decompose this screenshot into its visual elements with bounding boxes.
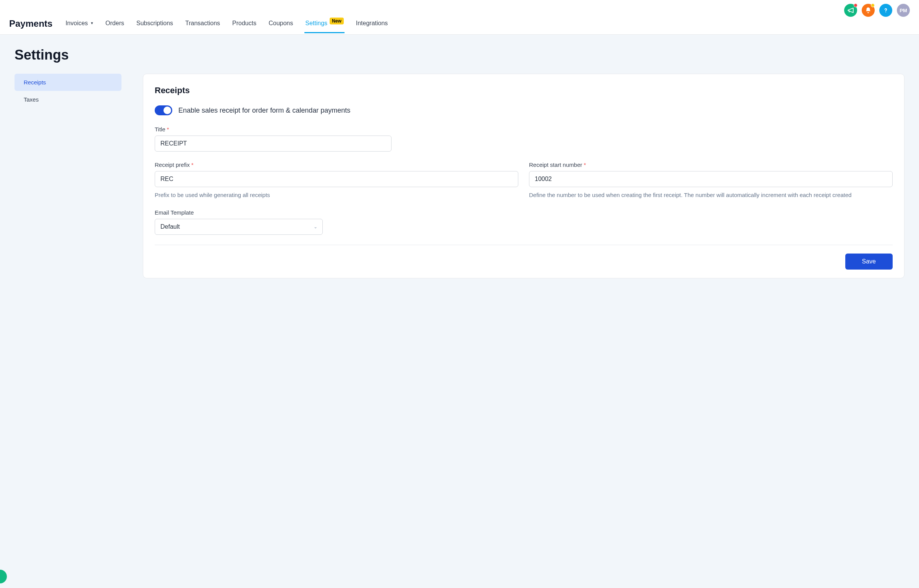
required-asterisk-icon: *: [167, 126, 169, 132]
required-asterisk-icon: *: [191, 162, 194, 168]
bell-icon: [865, 7, 872, 14]
card-title: Receipts: [155, 86, 893, 95]
nav-tab-label: Invoices: [65, 20, 88, 27]
nav-tabs: Invoices ▾ Orders Subscriptions Transact…: [65, 20, 388, 33]
required-asterisk-icon: *: [584, 162, 586, 168]
notification-dot-icon: [871, 3, 875, 7]
announcements-button[interactable]: [844, 4, 857, 17]
sidebar-item-label: Taxes: [24, 96, 39, 103]
nav-tab-label: Orders: [105, 20, 124, 27]
title-field-group: Title*: [155, 126, 893, 152]
start-number-label: Receipt start number*: [529, 162, 893, 168]
sidebar-item-receipts[interactable]: Receipts: [15, 74, 121, 91]
receipt-prefix-input[interactable]: [155, 171, 518, 187]
megaphone-icon: [847, 7, 854, 14]
nav-tab-label: Transactions: [185, 20, 220, 27]
title-label: Title*: [155, 126, 893, 132]
card-footer: Save: [155, 245, 893, 278]
nav-tab-label: Integrations: [356, 20, 388, 27]
user-avatar[interactable]: PM: [897, 4, 910, 17]
enable-receipts-row: Enable sales receipt for order form & ca…: [155, 105, 893, 115]
settings-sidebar: Receipts Taxes: [15, 74, 121, 108]
receipts-card: Receipts Enable sales receipt for order …: [143, 74, 904, 278]
enable-receipts-toggle[interactable]: [155, 105, 172, 115]
nav-tab-label: Products: [232, 20, 256, 27]
page-title: Settings: [15, 47, 904, 63]
nav-tab-invoices[interactable]: Invoices ▾: [65, 20, 94, 33]
email-template-label: Email Template: [155, 209, 893, 216]
topbar-icon-row: PM: [0, 0, 919, 18]
nav-tab-settings[interactable]: Settings New: [304, 20, 345, 33]
start-number-help-text: Define the number to be used when creati…: [529, 191, 893, 199]
nav-tab-orders[interactable]: Orders: [105, 20, 125, 33]
nav-tab-products[interactable]: Products: [231, 20, 257, 33]
brand-title: Payments: [9, 18, 52, 34]
email-template-select-wrap: ⌄: [155, 219, 323, 235]
nav-tab-label: Settings: [305, 20, 327, 27]
nav-tab-transactions[interactable]: Transactions: [184, 20, 221, 33]
nav-tab-label: Coupons: [269, 20, 293, 27]
sidebar-item-taxes[interactable]: Taxes: [15, 91, 121, 108]
label-text: Receipt start number: [529, 162, 582, 168]
nav-tab-subscriptions[interactable]: Subscriptions: [136, 20, 174, 33]
top-bar: PM Payments Invoices ▾ Orders Subscripti…: [0, 0, 919, 35]
chevron-down-icon: ▾: [91, 21, 93, 26]
prefix-label: Receipt prefix*: [155, 162, 518, 168]
question-icon: [882, 7, 889, 14]
email-template-select[interactable]: [155, 219, 323, 235]
page-body: Settings Receipts Taxes Receipts Enable …: [0, 35, 919, 291]
prefix-help-text: Prefix to be used while generating all r…: [155, 191, 518, 199]
notifications-button[interactable]: [862, 4, 875, 17]
email-template-group: Email Template ⌄: [155, 209, 893, 235]
nav-tab-label: Subscriptions: [136, 20, 173, 27]
receipt-start-number-input[interactable]: [529, 171, 893, 187]
notification-dot-icon: [854, 3, 858, 7]
svg-point-0: [885, 12, 886, 13]
prefix-field-group: Receipt prefix* Prefix to be used while …: [155, 162, 518, 199]
help-button[interactable]: [879, 4, 892, 17]
toggle-label: Enable sales receipt for order form & ca…: [178, 107, 350, 115]
start-number-field-group: Receipt start number* Define the number …: [529, 162, 893, 199]
toggle-knob-icon: [163, 107, 171, 114]
title-input[interactable]: [155, 136, 392, 152]
nav-tab-coupons[interactable]: Coupons: [268, 20, 294, 33]
settings-layout: Receipts Taxes Receipts Enable sales rec…: [15, 74, 904, 278]
nav-tab-integrations[interactable]: Integrations: [355, 20, 389, 33]
label-text: Receipt prefix: [155, 162, 190, 168]
save-button[interactable]: Save: [845, 254, 893, 270]
label-text: Title: [155, 126, 165, 132]
sidebar-item-label: Receipts: [24, 79, 46, 86]
avatar-initials: PM: [900, 8, 907, 13]
prefix-start-row: Receipt prefix* Prefix to be used while …: [155, 162, 893, 209]
nav-row: Payments Invoices ▾ Orders Subscriptions…: [0, 18, 919, 34]
new-badge: New: [330, 18, 344, 24]
